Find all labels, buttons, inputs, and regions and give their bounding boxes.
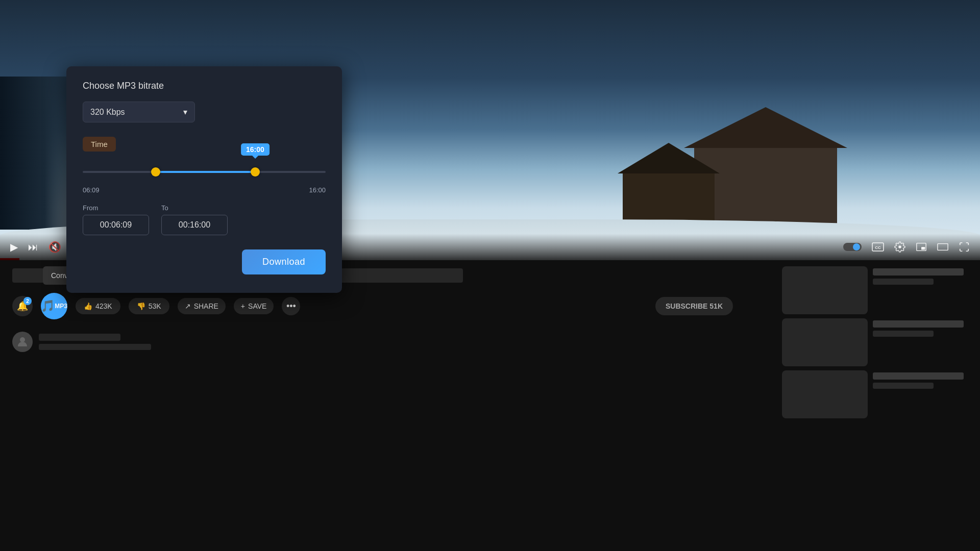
sidebar-item[interactable]	[782, 318, 974, 366]
sidebar-title-bar	[873, 372, 964, 380]
to-input-group: To	[161, 204, 228, 235]
barn-small-decoration	[623, 148, 715, 230]
right-controls: CC	[841, 239, 972, 255]
more-icon: •••	[286, 301, 296, 312]
to-label: To	[161, 204, 228, 212]
save-button[interactable]: + SAVE	[234, 298, 274, 314]
sidebar-sub-bar	[873, 383, 934, 389]
channel-name-placeholder	[39, 334, 120, 341]
music-icon: 🎵	[41, 299, 55, 313]
channel-info	[39, 334, 151, 350]
bell-button[interactable]: 🔔 2	[12, 296, 33, 316]
gear-icon	[894, 241, 905, 253]
main-content: 🔔 2 🎵 MP3 Convert to MP3 👍 423K 👎 53K	[0, 260, 776, 551]
modal-title: Choose MP3 bitrate	[83, 81, 326, 91]
slider-track	[83, 171, 326, 173]
slider-tooltip: 16:00	[241, 143, 270, 156]
svg-text:CC: CC	[875, 245, 881, 250]
autoplay-icon	[843, 242, 862, 252]
fullscreen-icon	[959, 241, 970, 253]
subscribe-label: SUBSCRIBE 51K	[666, 302, 723, 310]
bell-badge: 2	[23, 297, 32, 305]
fullscreen-button[interactable]	[957, 239, 972, 255]
channel-sub-placeholder	[39, 344, 151, 350]
from-time-input[interactable]	[83, 215, 149, 235]
sidebar-title-bar	[873, 268, 964, 276]
barn-right-decoration	[694, 117, 837, 230]
save-label: SAVE	[248, 302, 266, 310]
cc-button[interactable]: CC	[870, 239, 886, 255]
sidebar-thumbnail	[782, 266, 868, 314]
action-row: 🔔 2 🎵 MP3 Convert to MP3 👍 423K 👎 53K	[12, 289, 764, 323]
bitrate-dropdown[interactable]: 320 Kbps ▾	[83, 102, 195, 122]
svg-point-1	[853, 243, 860, 251]
slider-label-start: 06:09	[83, 186, 100, 194]
settings-button[interactable]	[892, 239, 908, 255]
skip-button[interactable]: ⏭	[26, 239, 40, 255]
slider-thumb-end[interactable]	[251, 167, 260, 177]
download-button[interactable]: Download	[242, 249, 326, 274]
svg-point-7	[20, 337, 25, 342]
person-icon	[16, 336, 29, 348]
from-label: From	[83, 204, 149, 212]
mute-icon: 🔇	[48, 241, 61, 253]
mp3-download-modal: Choose MP3 bitrate 320 Kbps ▾ Time 16:00…	[66, 66, 342, 293]
share-icon: ↗	[185, 302, 191, 310]
theater-icon	[937, 241, 948, 253]
sidebar-item[interactable]	[782, 266, 974, 314]
save-icon: +	[241, 302, 245, 310]
time-range-slider[interactable]: 16:00	[83, 162, 326, 182]
more-button[interactable]: •••	[282, 297, 300, 315]
like-button[interactable]: 👍 423K	[76, 298, 120, 314]
from-input-group: From	[83, 204, 149, 235]
mute-button[interactable]: 🔇	[46, 239, 63, 255]
sidebar-item-info	[873, 266, 974, 314]
svg-rect-6	[938, 244, 948, 251]
autoplay-toggle[interactable]	[841, 240, 864, 254]
skip-icon: ⏭	[28, 241, 38, 253]
channel-row	[12, 332, 764, 352]
miniplayer-button[interactable]	[914, 239, 929, 255]
subscribe-button[interactable]: SUBSCRIBE 51K	[655, 297, 733, 315]
sidebar-sub-bar	[873, 279, 934, 285]
play-button[interactable]: ▶	[8, 239, 20, 255]
theater-button[interactable]	[935, 239, 950, 255]
slider-label-end: 16:00	[309, 186, 326, 194]
sidebar	[776, 260, 980, 551]
slider-labels: 06:09 16:00	[83, 186, 326, 194]
sidebar-thumbnail	[782, 370, 868, 418]
share-label: SHARE	[194, 302, 218, 310]
play-icon: ▶	[10, 241, 18, 253]
bitrate-value: 320 Kbps	[90, 108, 125, 117]
dislike-button[interactable]: 👎 53K	[129, 298, 169, 314]
mp3-button[interactable]: 🎵 MP3	[41, 293, 67, 319]
sidebar-item[interactable]	[782, 370, 974, 418]
miniplayer-icon	[916, 241, 927, 253]
download-label: Download	[262, 257, 305, 267]
cc-icon: CC	[872, 241, 884, 253]
mp3-label: MP3	[55, 303, 67, 310]
dislike-icon: 👎	[137, 302, 145, 310]
sidebar-thumbnail	[782, 318, 868, 366]
chevron-down-icon: ▾	[183, 107, 187, 117]
like-icon: 👍	[84, 302, 92, 310]
to-time-input[interactable]	[161, 215, 228, 235]
channel-avatar[interactable]	[12, 332, 33, 352]
slider-thumb-start[interactable]	[151, 167, 160, 177]
sidebar-item-info	[873, 370, 974, 418]
sidebar-sub-bar	[873, 331, 934, 337]
dislike-count: 53K	[149, 302, 161, 310]
svg-rect-5	[921, 247, 925, 250]
sidebar-item-info	[873, 318, 974, 366]
content-area: 🔔 2 🎵 MP3 Convert to MP3 👍 423K 👎 53K	[0, 260, 980, 551]
slider-filled	[156, 171, 255, 173]
time-section-label: Time	[83, 137, 116, 152]
like-count: 423K	[95, 302, 112, 310]
share-button[interactable]: ↗ SHARE	[178, 298, 226, 314]
time-inputs: From To	[83, 204, 326, 235]
sidebar-title-bar	[873, 320, 964, 328]
